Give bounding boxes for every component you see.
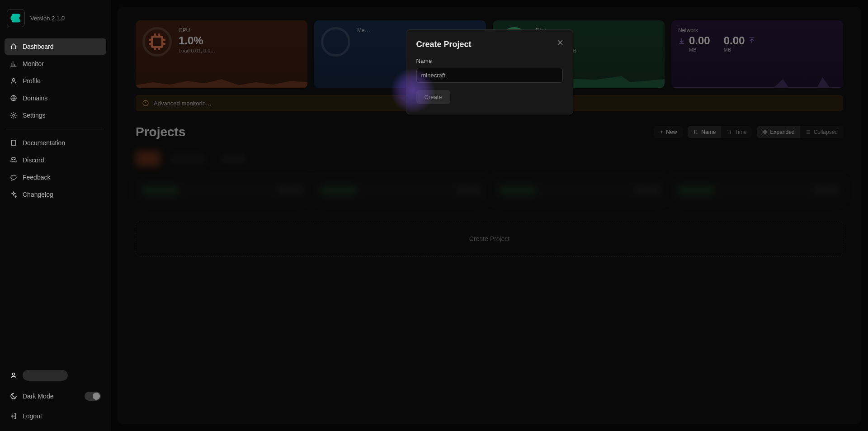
version-label: Version 2.1.0 [30, 15, 65, 22]
svg-point-4 [12, 373, 14, 375]
chat-icon [10, 174, 17, 181]
discord-icon [10, 156, 17, 164]
nav-divider [6, 129, 104, 129]
nav-label: Feedback [23, 174, 50, 181]
nav-domains[interactable]: Domains [5, 90, 106, 106]
user-icon [10, 77, 17, 85]
nav-label: Changelog [23, 191, 53, 198]
svg-rect-3 [11, 140, 15, 146]
nav-label: Settings [23, 112, 46, 119]
create-project-modal: Create Project Name Create [406, 29, 573, 114]
close-icon [556, 38, 565, 47]
nav-documentation[interactable]: Documentation [5, 135, 106, 151]
gear-icon [10, 112, 17, 119]
modal-title: Create Project [416, 40, 563, 49]
dark-mode-label: Dark Mode [23, 393, 53, 400]
nav-label: Monitor [23, 60, 44, 67]
nav-profile[interactable]: Profile [5, 73, 106, 89]
user-name-placeholder [23, 370, 68, 381]
sparkle-icon [10, 191, 17, 198]
nav-logout[interactable]: Logout [5, 408, 106, 424]
dark-mode-toggle[interactable] [85, 392, 101, 401]
project-name-input[interactable] [416, 68, 563, 83]
app-logo[interactable] [7, 9, 25, 27]
nav-discord[interactable]: Discord [5, 152, 106, 168]
chart-icon [10, 60, 17, 67]
nav-label: Logout [23, 412, 42, 420]
modal-close-button[interactable] [556, 38, 565, 47]
nav-settings[interactable]: Settings [5, 107, 106, 123]
logo-row: Version 2.1.0 [5, 7, 106, 29]
nav-monitor[interactable]: Monitor [5, 56, 106, 72]
nav-label: Documentation [23, 139, 65, 147]
nav-label: Profile [23, 77, 41, 85]
create-button[interactable]: Create [416, 90, 450, 104]
nav-feedback[interactable]: Feedback [5, 169, 106, 185]
nav-label: Domains [23, 95, 47, 102]
nav-label: Dashboard [23, 43, 54, 50]
moon-icon [10, 393, 17, 400]
modal-name-label: Name [416, 57, 563, 64]
logout-icon [10, 412, 17, 420]
nav-label: Discord [23, 156, 44, 164]
book-icon [10, 139, 17, 147]
home-icon [10, 43, 17, 50]
svg-point-0 [12, 79, 14, 81]
nav-dashboard[interactable]: Dashboard [5, 38, 106, 55]
modal-overlay[interactable]: Create Project Name Create [111, 0, 868, 431]
svg-point-2 [13, 114, 14, 116]
user-row[interactable] [5, 366, 106, 384]
user-icon [10, 372, 17, 379]
nav-changelog[interactable]: Changelog [5, 186, 106, 203]
dark-mode-row: Dark Mode [5, 388, 106, 404]
globe-icon [10, 95, 17, 102]
